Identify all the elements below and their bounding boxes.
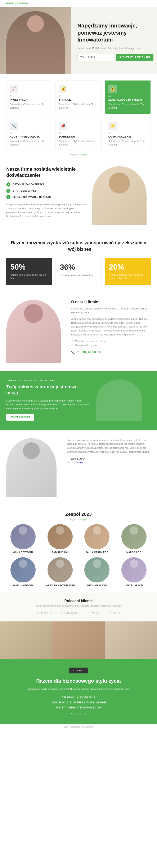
team-avatar-3 — [121, 524, 147, 549]
stat-number-1: 36% — [60, 263, 97, 272]
team-freepik-link[interactable]: Freepik — [80, 518, 87, 521]
team-avatar-7 — [121, 557, 147, 583]
hero-description: Sample text. Click to select the Text El… — [77, 46, 153, 50]
cta-email: POCZTA: TEMPLATE@SAMPLE.COM — [6, 705, 151, 710]
signature: — Stelli Larson — [67, 457, 151, 460]
team-avatar-2 — [84, 524, 110, 549]
stat-text-2: Klienty promowane dla istniej, ety rosną… — [109, 273, 147, 280]
service-title-0: INWESTYCJA — [10, 98, 48, 101]
cta-freepik-link[interactable]: Freepik — [80, 713, 86, 715]
team-member-4: SAMA JHONSONA — [6, 557, 40, 587]
service-card-3: 🔍 04 AUDYT I KSIĘGOWOŚĆ Sample text. Cli… — [6, 117, 52, 151]
stat-number-2: 20% — [109, 263, 147, 272]
company-image — [6, 300, 65, 363]
clients-section: Polecani klienci Donec condimentum alae … — [0, 592, 157, 621]
service-icon-3: 🔍 — [10, 122, 18, 130]
client-logo-2: EVGA — [89, 611, 100, 615]
stat-number-0: 50% — [10, 263, 48, 272]
team-avatar-4 — [10, 557, 36, 583]
member-name-7: LINDE LARSON — [117, 584, 151, 587]
check-label-0: OPTYMALIZACJA TREŚCI — [12, 183, 44, 186]
team-avatar-5 — [47, 557, 73, 583]
about-title: Nasza firma posiada wieloletnie doświadc… — [6, 166, 86, 178]
about-image — [92, 166, 151, 225]
sig-link[interactable]: Freepik — [76, 461, 83, 463]
stats-section: Razem możemy wyobrazić sobie, zainspirow… — [0, 234, 157, 291]
company-text: O naszej firmie Sample text. Click to se… — [71, 300, 151, 354]
service-icon-5: ⭐ — [109, 122, 117, 130]
banner-button[interactable]: CZYTAJ WIĘCEJ — [6, 414, 34, 421]
team-avatar-1 — [47, 524, 73, 549]
hero-section: Napędzamy innowacje, ponieważ jesteśmy I… — [0, 7, 157, 74]
footer-copy: Click to select the Text Element. — [64, 726, 93, 728]
testimonial-text: Faucibus vitae aliquet nec ullamcorper s… — [67, 438, 151, 464]
stats-grid: 50% Sample text. Click to select the tex… — [6, 258, 151, 285]
check-icon-1: ✓ — [6, 189, 10, 193]
service-text-5: Sample text. Click to select the Text El… — [109, 140, 147, 146]
hero-form: SKONTAKTUJ SIĘ Z NAMI — [77, 54, 153, 61]
cta-title: Razem dla biznesowego stylu życia — [6, 678, 151, 684]
cta-read-button[interactable]: CZYTAJ — [69, 668, 88, 674]
service-title-3: AUDYT I KSIĘGOWOŚĆ — [10, 135, 48, 138]
member-name-6: MEGHAN SCAVD — [80, 584, 114, 587]
member-name-4: SAMA JHONSONA — [6, 584, 40, 587]
company-intro: Sample text. Click to select the Text El… — [71, 307, 151, 314]
service-text-2: Sample text. Click to select the Text El… — [109, 102, 147, 110]
service-card-4: 📣 05 MARKETING Sample text. Click to sel… — [55, 117, 101, 151]
about-section: Nasza firma posiada wieloletnie doświadc… — [0, 158, 157, 234]
check-icon-0: ✓ — [6, 182, 10, 187]
services-footer-link[interactable]: Freepik — [80, 153, 87, 156]
service-title-5: DOŚWIADCZENIE — [109, 135, 147, 138]
hero-content: Napędzamy innowacje, ponieważ jesteśmy I… — [71, 7, 157, 74]
sig-role: Zdjęcie z Freepik — [67, 461, 151, 463]
cta-section: CZYTAJ Razem dla biznesowego stylu życia… — [0, 659, 157, 724]
cta-location: LOKALIZACJA: 71 STREET SAMPLE, WI 43025 — [6, 700, 151, 705]
stats-header: Razem możemy wyobrazić sobie, zainspirow… — [6, 240, 151, 253]
service-num-5: 06 — [109, 132, 147, 134]
member-name-5: HARRY'EGO PATTERSONA — [43, 584, 77, 587]
service-card-2: ⚠️ 03 ZARZĄDZANIE RYZYKIEM Sample text. … — [105, 80, 151, 114]
stats-title: Razem możemy wyobrazić sobie, zainspirow… — [6, 240, 151, 253]
banner-title: Twój sukces w branży jest naszą misją — [6, 384, 90, 396]
about-description: W opinii naszych Klientów jesteśmy najba… — [6, 203, 86, 218]
team-grid: NICKA DOWSONA GABI HUDSON PAULA PERRY'EG… — [6, 524, 151, 587]
banner-text: ZWIĘKSZ SZYBKOŚĆ SWOJEJ WITRYNY Twój suk… — [6, 379, 90, 421]
team-member-7: LINDE LARSON — [117, 557, 151, 587]
hero-cta-button[interactable]: SKONTAKTUJ SIĘ Z NAMI — [116, 54, 153, 61]
service-icon-4: 📣 — [59, 122, 67, 130]
stat-card-0: 50% Sample text. Click to select the tex… — [6, 258, 52, 285]
service-title-1: FINANSE — [59, 98, 98, 101]
company-section: O naszej firmie Sample text. Click to se… — [0, 291, 157, 371]
service-title-4: MARKETING — [59, 135, 98, 138]
service-num-0: 01 — [10, 95, 48, 97]
photo-cell-1 — [0, 621, 52, 659]
stat-text-1: Klienty ponownie lub dwukrotnie. — [60, 273, 97, 277]
member-name-2: PAULA PERRY'EGO — [80, 551, 114, 554]
client-logo-3: TESLA — [108, 611, 120, 615]
team-member-1: GABI HUDSON — [43, 524, 77, 554]
email-input[interactable] — [77, 54, 114, 61]
nav-sep: › — [15, 2, 16, 5]
hero-title: Napędzamy innowacje, ponieważ jesteśmy I… — [77, 22, 153, 43]
check-item-0: ✓OPTYMALIZACJA TREŚCI — [6, 182, 86, 187]
service-num-4: 05 — [59, 132, 98, 134]
footer: Click to select the Text Element. — [0, 724, 157, 730]
services-section: 📈 01 INWESTYCJA Sample text. Click to se… — [0, 74, 157, 158]
photo-strip — [0, 621, 157, 659]
member-name-3: MARGO LOO — [117, 551, 151, 554]
service-icon-2: ⚠️ — [109, 85, 117, 93]
service-text-4: Sample text. Click to select the Text El… — [59, 140, 98, 146]
banner-section: ZWIĘKSZ SZYBKOŚĆ SWOJEJ WITRYNY Twój suk… — [0, 371, 157, 430]
nav-home[interactable]: HOME — [6, 2, 13, 5]
service-card-0: 📈 01 INWESTYCJA Sample text. Click to se… — [6, 80, 52, 114]
service-num-1: 02 — [59, 95, 98, 97]
check-icon-2: ✓ — [6, 195, 10, 199]
nav-landing: LANDING — [17, 2, 28, 5]
company-phone: 📞 +1 (234) 567-8910 — [71, 350, 151, 354]
cta-details: TELEFON: 1 (222) 252 55 22 LOKALIZACJA: … — [6, 695, 151, 710]
testimonial-image — [6, 438, 61, 497]
banner-label: ZWIĘKSZ SZYBKOŚĆ SWOJEJ WITRYNY — [6, 379, 90, 382]
services-footer: Zdjęcie z Freepik — [6, 151, 151, 156]
service-text-1: Sample text. Click to select the Text El… — [59, 102, 98, 110]
team-avatar-0 — [10, 524, 36, 549]
